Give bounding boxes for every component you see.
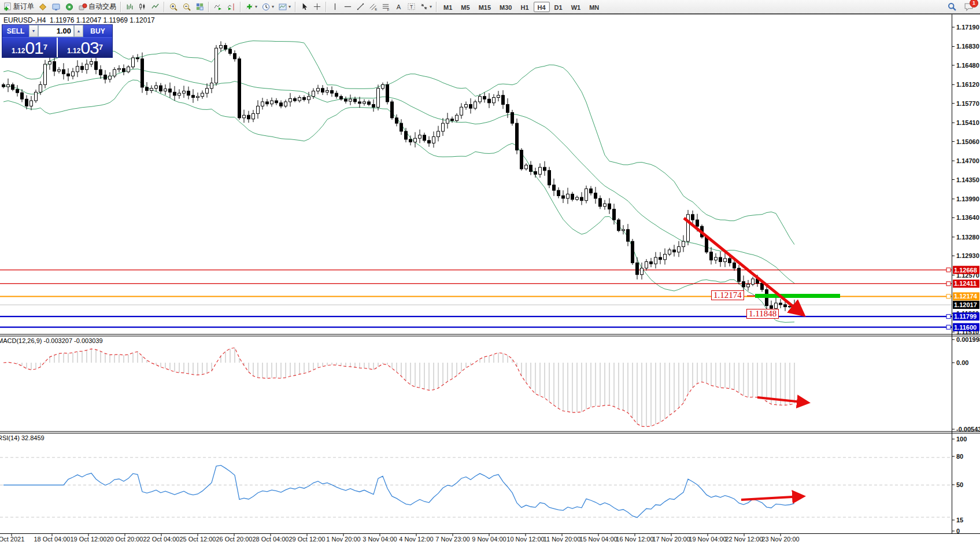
svg-text:1.11600: 1.11600 bbox=[954, 324, 977, 331]
equidistant-channel-tool-button[interactable]: E bbox=[367, 1, 379, 13]
toolbar-separator bbox=[436, 2, 437, 12]
sell-price-prefix: 1.12 bbox=[12, 46, 25, 56]
zoom-out-button[interactable] bbox=[180, 1, 193, 13]
indicators-button[interactable]: ▾ bbox=[243, 1, 259, 13]
line-endpoint-marker bbox=[946, 294, 951, 298]
arrows-tool-button[interactable]: ▾ bbox=[418, 1, 434, 13]
timeframe-h4-button[interactable]: H4 bbox=[534, 2, 550, 12]
templates-button[interactable]: ▾ bbox=[276, 1, 293, 13]
chart-ohlc-values: 1.11976 1.12047 1.11969 1.12017 bbox=[50, 16, 155, 24]
tile-windows-button[interactable] bbox=[194, 1, 206, 13]
sell-price-pip: 7 bbox=[43, 38, 47, 57]
svg-text:4 Nov 12:00: 4 Nov 12:00 bbox=[399, 536, 433, 542]
rsi-direction-arrow[interactable] bbox=[741, 496, 803, 500]
bar-chart-icon bbox=[125, 2, 134, 11]
svg-text:-0.005433: -0.005433 bbox=[956, 426, 980, 433]
bar-chart-mode-button[interactable] bbox=[124, 1, 136, 13]
svg-text:9 Nov 04:00: 9 Nov 04:00 bbox=[472, 536, 506, 542]
chart-shift-icon bbox=[227, 2, 236, 12]
fibonacci-tool-button[interactable]: F bbox=[380, 1, 392, 13]
timeframe-m30-button[interactable]: M30 bbox=[495, 2, 516, 12]
horizontal-line-icon bbox=[343, 2, 352, 11]
rsi-panel bbox=[0, 458, 952, 518]
svg-text:19 Oct 12:00: 19 Oct 12:00 bbox=[71, 536, 107, 542]
toolbar-separator bbox=[208, 2, 209, 12]
rsi-line bbox=[3, 465, 794, 517]
svg-text:1.15060: 1.15060 bbox=[956, 138, 979, 145]
zoom-in-icon bbox=[169, 2, 178, 12]
svg-text:29 Oct 12:00: 29 Oct 12:00 bbox=[289, 536, 326, 542]
svg-text:1.12017: 1.12017 bbox=[954, 301, 977, 308]
periods-button[interactable]: ▾ bbox=[260, 1, 276, 13]
zoom-out-icon bbox=[182, 2, 191, 12]
horizontal-level-lines[interactable] bbox=[0, 270, 952, 327]
chart-symbol: EURUSD-,H4 bbox=[3, 16, 46, 24]
support-zone-bar[interactable] bbox=[755, 294, 840, 298]
candle-chart-mode-button[interactable] bbox=[136, 1, 149, 13]
timeframe-m1-button[interactable]: M1 bbox=[439, 2, 456, 12]
timeframe-m5-button[interactable]: M5 bbox=[457, 2, 474, 12]
notifications-button[interactable]: 1 bbox=[962, 1, 975, 13]
line-chart-mode-button[interactable] bbox=[149, 1, 161, 13]
svg-text:0.001998: 0.001998 bbox=[956, 336, 980, 343]
trendline-tool-button[interactable] bbox=[354, 1, 367, 13]
toolbar-separator bbox=[326, 2, 327, 12]
price-chart-canvas[interactable]: 1.171901.168301.164801.161201.157701.154… bbox=[0, 0, 980, 542]
tile-windows-icon bbox=[195, 2, 204, 11]
sell-button[interactable]: SELL bbox=[2, 25, 29, 37]
crosshair-tool-button[interactable] bbox=[311, 1, 323, 13]
svg-text:15: 15 bbox=[956, 517, 963, 523]
volume-increase-button[interactable]: ▲ bbox=[74, 25, 83, 37]
time-axis: Oct 202118 Oct 04:0019 Oct 12:0020 Oct 2… bbox=[0, 534, 800, 542]
candlestick-chart-icon bbox=[138, 2, 147, 11]
rsi-indicator-label: RSI(14) 32.8459 bbox=[0, 434, 45, 441]
history-center-button[interactable] bbox=[36, 1, 49, 13]
svg-text:23 Nov 20:00: 23 Nov 20:00 bbox=[761, 536, 799, 542]
chart-shift-button[interactable] bbox=[225, 1, 238, 13]
price-callout-label[interactable]: 1.12174 bbox=[711, 290, 744, 300]
volume-input[interactable]: 1.00 bbox=[38, 25, 74, 37]
clock-icon bbox=[261, 2, 271, 12]
timeframe-w1-button[interactable]: W1 bbox=[567, 2, 585, 12]
timeframe-m15-button[interactable]: M15 bbox=[475, 2, 495, 12]
volume-decrease-button[interactable]: ▼ bbox=[29, 25, 38, 37]
buy-button[interactable]: BUY bbox=[83, 25, 112, 37]
terminal-window-button[interactable] bbox=[50, 1, 62, 13]
dropdown-caret-icon: ▾ bbox=[430, 4, 432, 9]
svg-text:1.12668: 1.12668 bbox=[954, 267, 977, 274]
auto-scroll-button[interactable] bbox=[212, 1, 224, 13]
new-order-button[interactable]: 新订单 bbox=[1, 1, 36, 13]
svg-text:1.12411: 1.12411 bbox=[954, 280, 977, 287]
macd-direction-arrow[interactable] bbox=[757, 397, 807, 403]
toolbar: 新订单 自动交易 bbox=[0, 0, 980, 14]
signals-button[interactable] bbox=[63, 1, 76, 13]
price-callout-label[interactable]: 1.11848 bbox=[746, 309, 779, 319]
timeframe-h1-button[interactable]: H1 bbox=[516, 2, 532, 12]
sell-price-main: 01 bbox=[25, 40, 43, 56]
buy-price-main: 03 bbox=[80, 40, 98, 56]
text-label-tool-button[interactable]: T bbox=[405, 1, 417, 13]
timeframe-d1-button[interactable]: D1 bbox=[550, 2, 567, 12]
svg-text:0: 0 bbox=[956, 528, 960, 534]
dropdown-caret-icon: ▾ bbox=[289, 4, 291, 9]
toolbar-separator bbox=[164, 2, 165, 12]
cursor-tool-button[interactable] bbox=[298, 1, 310, 13]
svg-text:28 Oct 04:00: 28 Oct 04:00 bbox=[253, 536, 289, 542]
trendline-icon bbox=[356, 2, 365, 11]
sell-price[interactable]: 1.12017 bbox=[2, 38, 58, 57]
zoom-in-button[interactable] bbox=[167, 1, 180, 13]
svg-text:1.13990: 1.13990 bbox=[956, 196, 979, 202]
text-tool-button[interactable]: A bbox=[393, 1, 405, 13]
horizontal-line-tool-button[interactable] bbox=[342, 1, 354, 13]
vertical-line-tool-button[interactable] bbox=[329, 1, 341, 13]
timeframe-mn-button[interactable]: MN bbox=[585, 2, 603, 12]
svg-text:15 Nov 04:00: 15 Nov 04:00 bbox=[579, 536, 617, 542]
gold-diamond-icon bbox=[38, 2, 47, 12]
buy-price[interactable]: 1.12037 bbox=[58, 38, 112, 57]
new-order-icon bbox=[3, 2, 12, 12]
fibonacci-icon: F bbox=[382, 2, 390, 11]
auto-trading-button[interactable]: 自动交易 bbox=[76, 1, 118, 13]
svg-text:1.14350: 1.14350 bbox=[956, 176, 979, 183]
search-button[interactable] bbox=[945, 1, 959, 13]
svg-text:1.15410: 1.15410 bbox=[956, 119, 979, 126]
